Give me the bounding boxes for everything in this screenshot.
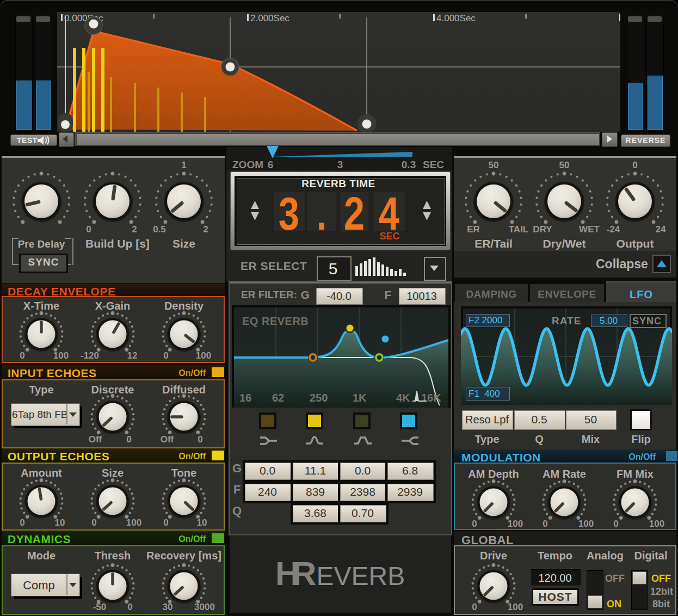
svg-text:4K: 4K [396, 392, 410, 404]
svg-text:EQ REVERB: EQ REVERB [242, 315, 309, 327]
svg-text:250: 250 [310, 392, 328, 404]
svg-text:16K: 16K [421, 392, 441, 404]
svg-text:16: 16 [239, 392, 251, 404]
svg-text:2.000Sec: 2.000Sec [250, 13, 289, 23]
svg-text:62: 62 [272, 392, 284, 404]
svg-text:1K: 1K [353, 392, 367, 404]
svg-text:4.000Sec: 4.000Sec [436, 13, 476, 23]
